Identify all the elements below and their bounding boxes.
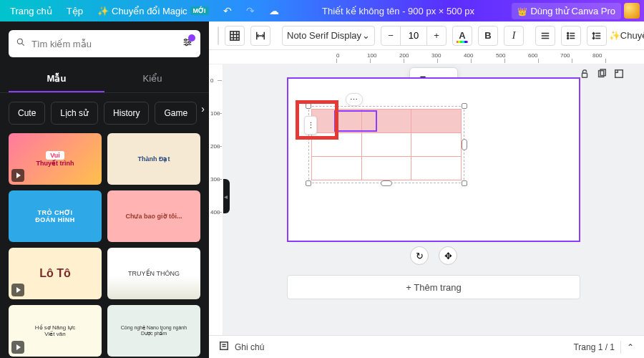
chips-scroll-right[interactable]: › [201,103,205,115]
resize-handle[interactable] [306,180,311,186]
line-spacing-button[interactable] [587,26,607,46]
footer-bar: Ghi chú Trang 1 / 1 ⌃ [209,335,644,358]
sync-button[interactable]: ↻ [410,246,429,265]
template-thumb[interactable]: Hồ sơ Năng lực Viết văn [9,305,102,357]
undo-button[interactable]: ↶ [218,2,238,19]
tpl-text: Công nghệ Nano trong ngành [121,325,187,331]
font-family-select[interactable]: Noto Serif Display ⌄ [282,26,375,46]
chip-history-en[interactable]: History [104,102,149,125]
template-thumb[interactable]: TRUYỀN THÔNG [107,248,200,299]
canvas-page[interactable]: ⋯ ⋮ [287,77,580,242]
border-style-button[interactable] [225,26,245,46]
resize-handle[interactable] [381,180,392,186]
tpl-text: Dược phẩm [141,331,167,337]
svg-point-0 [17,39,22,44]
font-size-dec[interactable]: − [381,26,401,46]
svg-rect-27 [582,73,587,77]
tab-styles[interactable]: Kiểu [104,66,200,92]
try-pro-button[interactable]: Dùng thử Canva Pro [512,3,621,19]
document-title[interactable]: Thiết kế không tên - 900 px × 500 px [316,3,480,19]
magic-label: Chuyển đổi Magic [112,6,187,16]
template-grid: Vui Thuyết trình Thành Đạt TRÒ CHƠI ĐOÁN… [0,127,209,358]
svg-line-1 [22,44,24,46]
search-icon [16,37,26,50]
filter-icon[interactable] [182,37,193,51]
element-context-menu[interactable]: ⋯ [346,93,363,106]
bold-button[interactable]: B [478,26,498,46]
fill-color-swatch[interactable] [218,26,219,45]
resize-handle[interactable] [462,103,467,109]
home-menu[interactable]: Trang chủ [4,3,58,19]
notes-button[interactable]: Ghi chú [235,342,264,352]
page-counter[interactable]: Trang 1 / 1 [573,342,615,352]
tpl-text: TRÒ CHƠI [38,209,73,216]
text-toolbar: Noto Serif Display ⌄ − + A B I [209,21,644,50]
template-thumb[interactable]: TRÒ CHƠI ĐOÁN HÌNH [9,190,102,242]
editor-area: Noto Serif Display ⌄ − + A B I [209,21,644,358]
tab-templates[interactable]: Mẫu [9,66,104,92]
svg-rect-30 [615,70,623,78]
tpl-text: Hồ sơ Năng lực [35,324,75,331]
notes-icon[interactable] [219,341,229,353]
template-thumb[interactable]: Thành Đạt [107,133,200,185]
chip-history-vi[interactable]: Lịch sử [51,102,98,125]
template-thumb[interactable]: Công nghệ Nano trong ngành Dược phẩm [107,305,200,357]
font-size-inc[interactable]: + [426,26,447,46]
template-thumb[interactable]: Vui Thuyết trình [9,133,102,185]
canvas-stage[interactable]: ◂ ••• ⋯ ⋮ [223,64,644,335]
redo-button[interactable]: ↷ [240,2,260,19]
move-button[interactable]: ✥ [439,246,457,265]
tpl-text: Thuyết trình [36,160,74,167]
templates-sidebar: Mẫu Kiểu Cute Lịch sử History Game › Vui… [0,21,209,358]
template-thumb[interactable]: Lô Tô [9,248,102,299]
font-size-input[interactable] [400,26,427,46]
svg-point-5 [185,39,187,41]
top-menu-bar: Trang chủ Tệp ✨ Chuyển đổi Magic MỚI ↶ ↷… [0,0,644,21]
cloud-sync-icon[interactable]: ☁ [263,2,285,19]
chip-cute[interactable]: Cute [9,102,45,125]
magic-switch-menu[interactable]: ✨ Chuyển đổi Magic MỚI [92,3,215,19]
svg-point-7 [185,44,187,46]
tpl-text: Thành Đạt [138,155,170,163]
sparkle-icon: ✨ [97,6,109,16]
play-icon [11,341,24,354]
svg-point-18 [567,32,569,34]
search-input[interactable] [31,39,176,49]
font-name: Noto Serif Display [287,30,361,41]
chevron-down-icon: ⌄ [362,30,370,41]
resize-handle[interactable] [462,139,467,150]
svg-point-19 [567,35,569,37]
ruler-horizontal: 0 100 200 300 400 500 600 700 800 [209,50,644,64]
table-element[interactable] [311,109,462,180]
cell-selection[interactable] [334,110,377,132]
text-color-button[interactable]: A [452,26,472,46]
tpl-text: TRUYỀN THÔNG [128,270,180,277]
filter-active-dot [188,34,195,42]
align-button[interactable] [535,26,555,46]
svg-point-6 [188,42,190,44]
try-pro-label: Dùng thử Canva Pro [530,6,615,16]
new-badge: MỚI [190,6,209,15]
row-drag-handle[interactable]: ⋮ [304,116,317,135]
chip-game[interactable]: Game [155,102,197,125]
list-button[interactable] [561,26,581,46]
resize-handle[interactable] [306,103,311,109]
user-avatar[interactable] [624,3,640,19]
template-search[interactable] [9,30,200,57]
sidebar-collapse-handle[interactable]: ◂ [223,179,230,213]
magic-write-button[interactable]: ✨ Chuyể [618,26,638,46]
spacing-button[interactable] [250,26,270,46]
tpl-text: ĐOÁN HÌNH [35,216,75,223]
add-page-button[interactable]: + Thêm trang [287,275,580,299]
file-menu[interactable]: Tệp [61,3,89,19]
template-thumb[interactable]: Chưa bao giờ tôi... [107,190,200,242]
lock-icon[interactable] [580,69,590,81]
tpl-text: Vui [46,151,64,160]
svg-rect-31 [220,342,228,350]
italic-button[interactable]: I [504,26,524,46]
expand-icon[interactable] [614,69,624,81]
selection-outline [308,106,464,183]
duplicate-page-icon[interactable] [597,69,607,81]
resize-handle[interactable] [462,180,467,186]
zoom-out[interactable]: ⌃ [627,342,634,352]
